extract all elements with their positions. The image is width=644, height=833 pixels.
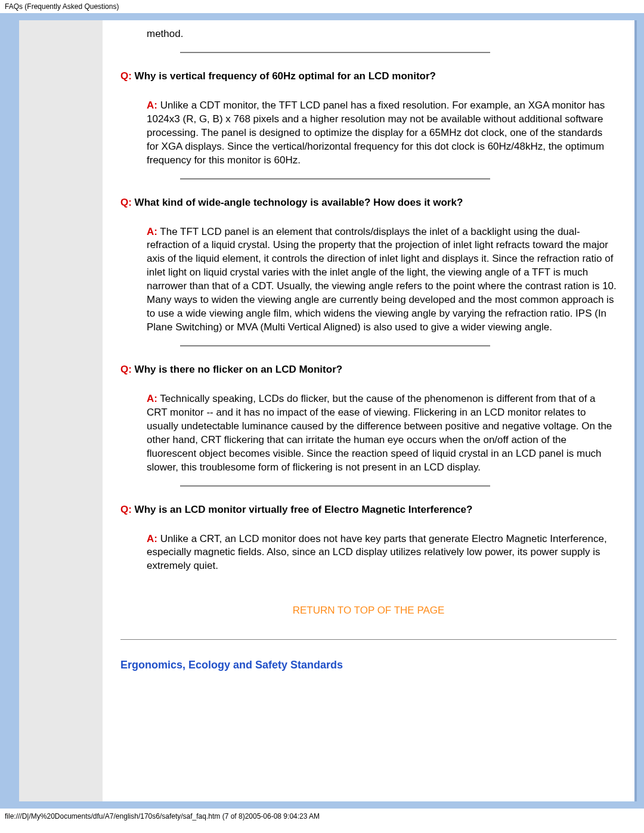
q-text: What kind of wide-angle technology is av… <box>132 197 463 208</box>
separator <box>180 485 490 487</box>
a-text: Technically speaking, LCDs do flicker, b… <box>147 393 612 473</box>
faq-answer: A: Unlike a CRT, an LCD monitor does not… <box>147 532 617 574</box>
q-prefix: Q: <box>120 364 132 375</box>
fragment-text: method. <box>147 27 617 41</box>
page-background: method. Q: Why is vertical frequency of … <box>0 13 644 809</box>
footer-path: file:///D|/My%20Documents/dfu/A7/english… <box>0 809 644 824</box>
q-prefix: Q: <box>120 504 132 515</box>
a-prefix: A: <box>147 226 157 237</box>
a-prefix: A: <box>147 393 157 404</box>
separator <box>180 345 490 346</box>
section-title: Ergonomics, Ecology and Safety Standards <box>120 658 617 672</box>
faq-answer: A: Technically speaking, LCDs do flicker… <box>147 392 617 475</box>
left-gutter <box>19 20 103 801</box>
q-text: Why is an LCD monitor virtually free of … <box>132 504 473 515</box>
a-prefix: A: <box>147 100 157 111</box>
q-prefix: Q: <box>120 197 132 208</box>
separator <box>180 178 490 179</box>
a-text: The TFT LCD panel is an element that con… <box>147 226 617 333</box>
faq-question: Q: Why is there no flicker on an LCD Mon… <box>120 363 617 377</box>
a-text: Unlike a CRT, an LCD monitor does not ha… <box>147 533 607 572</box>
section-separator <box>120 639 617 640</box>
faq-question: Q: Why is an LCD monitor virtually free … <box>120 503 617 517</box>
a-prefix: A: <box>147 533 157 544</box>
q-text: Why is there no flicker on an LCD Monito… <box>132 364 342 375</box>
faq-item: Q: Why is there no flicker on an LCD Mon… <box>120 363 617 487</box>
content-area: method. Q: Why is vertical frequency of … <box>103 20 634 801</box>
q-text: Why is vertical frequency of 60Hz optima… <box>132 70 436 82</box>
faq-question: Q: Why is vertical frequency of 60Hz opt… <box>120 70 617 83</box>
page-frame: method. Q: Why is vertical frequency of … <box>19 20 637 801</box>
return-to-top-link[interactable]: RETURN TO TOP OF THE PAGE <box>120 604 617 618</box>
header-strip: FAQs (Frequently Asked Questions) <box>0 0 644 13</box>
faq-item: Q: Why is vertical frequency of 60Hz opt… <box>120 70 617 179</box>
faq-answer: A: The TFT LCD panel is an element that … <box>147 225 617 335</box>
q-prefix: Q: <box>120 70 132 82</box>
a-text: Unlike a CDT monitor, the TFT LCD panel … <box>147 100 605 166</box>
faq-answer: A: Unlike a CDT monitor, the TFT LCD pan… <box>147 99 617 168</box>
separator <box>180 52 490 53</box>
faq-item: Q: What kind of wide-angle technology is… <box>120 196 617 346</box>
faq-question: Q: What kind of wide-angle technology is… <box>120 196 617 210</box>
faq-item: Q: Why is an LCD monitor virtually free … <box>120 503 617 574</box>
